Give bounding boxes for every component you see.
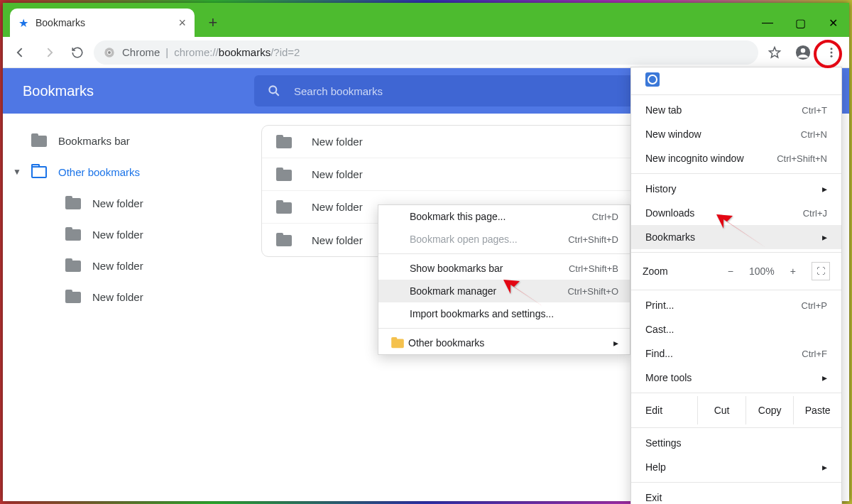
bookmarks-submenu: Bookmark this page... Ctrl+D Bookmark op… xyxy=(378,204,630,355)
menu-bookmarks[interactable]: Bookmarks▸ xyxy=(631,225,841,249)
zoom-in-button[interactable]: + xyxy=(790,265,796,277)
close-tab-icon[interactable]: × xyxy=(178,16,186,31)
address-bar[interactable]: Chrome | chrome://bookmarks/?id=2 xyxy=(94,40,758,65)
kebab-menu-button[interactable] xyxy=(819,40,843,65)
favorite-star-button[interactable] xyxy=(763,40,787,65)
menu-more-tools[interactable]: More tools▸ xyxy=(631,366,841,390)
menu-import-bookmarks[interactable]: Import bookmarks and settings... xyxy=(378,302,630,325)
menu-new-tab[interactable]: New tabCtrl+T xyxy=(631,98,841,122)
chevron-right-icon: ▸ xyxy=(822,183,827,195)
svg-point-8 xyxy=(269,86,276,93)
paste-button[interactable]: Paste xyxy=(794,396,841,424)
list-item-label: New folder xyxy=(312,168,363,180)
fullscreen-button[interactable]: ⛶ xyxy=(812,262,830,280)
menu-separator xyxy=(378,328,630,329)
menu-exit[interactable]: Exit xyxy=(631,486,841,504)
menu-new-window[interactable]: New windowCtrl+N xyxy=(631,122,841,146)
browser-tab[interactable]: ★ Bookmarks × xyxy=(10,9,195,37)
folder-icon xyxy=(65,197,81,209)
sidebar-item-folder[interactable]: New folder xyxy=(3,187,244,219)
sidebar-item-bookmarks-bar[interactable]: Bookmarks bar xyxy=(3,125,244,156)
menu-cast[interactable]: Cast... xyxy=(631,317,841,341)
svg-point-6 xyxy=(831,51,833,53)
page-title: Bookmarks xyxy=(3,68,244,114)
menu-edit-row: Edit Cut Copy Paste xyxy=(631,396,841,424)
address-scheme: Chrome xyxy=(122,46,160,58)
sidebar-item-label: New folder xyxy=(92,260,143,272)
sidebar-item-folder[interactable]: New folder xyxy=(3,250,244,281)
bookmark-star-icon: ★ xyxy=(18,16,28,30)
folder-icon xyxy=(276,234,292,246)
sidebar-item-folder[interactable]: New folder xyxy=(3,219,244,250)
menu-find[interactable]: Find...Ctrl+F xyxy=(631,341,841,366)
edit-label: Edit xyxy=(631,396,698,424)
cut-button[interactable]: Cut xyxy=(698,396,746,424)
zoom-value: 100% xyxy=(749,265,775,277)
menu-separator xyxy=(378,253,630,254)
sidebar-item-label: Other bookmarks xyxy=(58,166,140,178)
list-item[interactable]: New folder xyxy=(262,126,658,158)
folder-icon xyxy=(391,338,404,348)
address-url: chrome://bookmarks/?id=2 xyxy=(174,46,300,58)
chevron-right-icon: ▸ xyxy=(613,337,618,349)
sidebar-item-other-bookmarks[interactable]: ▼ Other bookmarks xyxy=(3,156,244,187)
search-icon xyxy=(267,84,281,98)
search-input[interactable] xyxy=(294,85,625,97)
list-item-label: New folder xyxy=(312,234,363,246)
zoom-label: Zoom xyxy=(643,265,668,277)
tab-title: Bookmarks xyxy=(36,17,178,28)
profile-button[interactable] xyxy=(791,40,815,65)
menu-bookmark-manager[interactable]: Bookmark manager Ctrl+Shift+O xyxy=(378,280,630,302)
sidebar-item-folder[interactable]: New folder xyxy=(3,281,244,312)
menu-show-bookmarks-bar[interactable]: Show bookmarks bar Ctrl+Shift+B xyxy=(378,257,630,280)
new-tab-button[interactable]: + xyxy=(202,11,224,34)
menu-downloads[interactable]: DownloadsCtrl+J xyxy=(631,201,841,225)
folder-icon xyxy=(65,259,81,272)
menu-other-bookmarks[interactable]: Other bookmarks ▸ xyxy=(378,332,630,354)
svg-point-2 xyxy=(108,51,111,54)
sidebar-item-label: Bookmarks bar xyxy=(58,135,130,147)
folder-icon xyxy=(276,168,292,181)
sidebar-item-label: New folder xyxy=(92,229,143,241)
sidebar: Bookmarks bar ▼ Other bookmarks New fold… xyxy=(3,114,244,312)
folder-icon xyxy=(31,134,47,147)
menu-history[interactable]: History▸ xyxy=(631,177,841,201)
menu-bookmark-open-pages: Bookmark open pages... Ctrl+Shift+D xyxy=(378,228,630,251)
menu-new-incognito[interactable]: New incognito windowCtrl+Shift+N xyxy=(631,146,841,170)
folder-icon xyxy=(276,136,292,148)
sidebar-item-label: New folder xyxy=(92,197,143,209)
forward-button[interactable] xyxy=(37,40,61,65)
folder-icon xyxy=(65,290,81,303)
close-window-button[interactable]: ✕ xyxy=(816,9,849,37)
browser-window: ★ Bookmarks × + — ▢ ✕ Chrome | chrome://… xyxy=(3,3,849,501)
copy-button[interactable]: Copy xyxy=(746,396,794,424)
folder-icon xyxy=(65,228,81,241)
back-button[interactable] xyxy=(9,40,33,65)
search-box[interactable] xyxy=(254,75,638,106)
menu-bookmark-this-page[interactable]: Bookmark this page... Ctrl+D xyxy=(378,205,630,228)
folder-icon xyxy=(276,201,292,214)
minimize-button[interactable]: — xyxy=(751,9,784,37)
menu-help[interactable]: Help▸ xyxy=(631,455,841,479)
chevron-down-icon[interactable]: ▼ xyxy=(3,167,31,177)
chromium-icon xyxy=(645,72,660,87)
list-item[interactable]: New folder xyxy=(262,158,658,191)
chevron-right-icon: ▸ xyxy=(822,461,827,473)
main-menu: New tabCtrl+T New windowCtrl+N New incog… xyxy=(630,67,842,504)
menu-print[interactable]: Print...Ctrl+P xyxy=(631,293,841,317)
chrome-icon xyxy=(104,47,115,58)
reload-button[interactable] xyxy=(65,40,89,65)
menu-zoom-row: Zoom − 100% + ⛶ xyxy=(631,256,841,287)
maximize-button[interactable]: ▢ xyxy=(784,9,816,37)
chevron-right-icon: ▸ xyxy=(822,231,827,243)
list-item-label: New folder xyxy=(312,136,363,148)
toolbar: Chrome | chrome://bookmarks/?id=2 xyxy=(3,37,849,68)
svg-point-5 xyxy=(831,48,833,50)
svg-point-4 xyxy=(801,48,805,53)
folder-open-icon xyxy=(31,165,47,178)
chevron-right-icon: ▸ xyxy=(822,372,827,383)
list-item-label: New folder xyxy=(312,201,363,213)
menu-settings[interactable]: Settings xyxy=(631,431,841,455)
zoom-out-button[interactable]: − xyxy=(728,265,733,277)
menu-extension-icon[interactable] xyxy=(631,67,841,92)
